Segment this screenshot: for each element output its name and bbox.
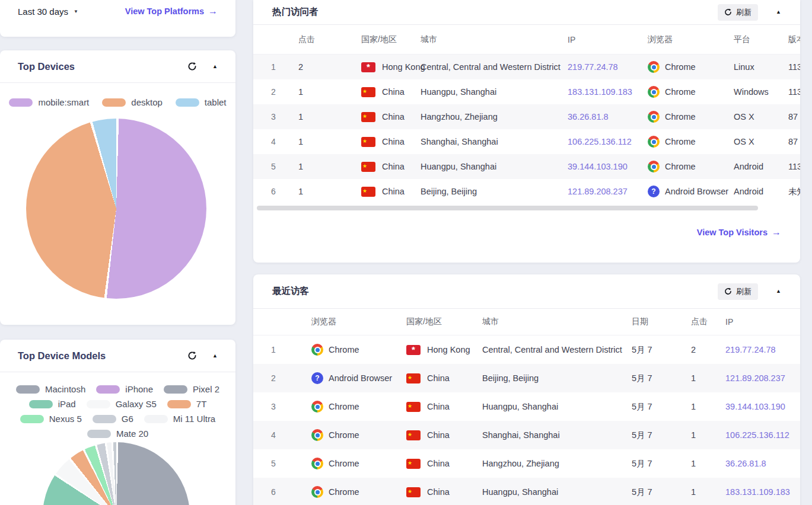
legend-item[interactable]: 7T	[167, 399, 207, 409]
star-glyph: ★	[407, 430, 412, 440]
ip-link[interactable]: 183.131.109.183	[568, 87, 632, 97]
chrome-icon	[311, 458, 323, 469]
star-glyph: ★	[362, 137, 367, 146]
clicks-cell: 2	[691, 345, 725, 354]
refresh-icon[interactable]	[187, 351, 197, 360]
legend-item[interactable]: mobile:smart	[9, 97, 89, 107]
browser-label: Chrome	[665, 62, 696, 72]
legend-item[interactable]: Mate 20	[87, 429, 148, 439]
legend-item[interactable]: Galaxy S5	[87, 399, 157, 409]
top-device-models-card: Top Device Models ▲ MacintoshiPhonePixel…	[0, 340, 235, 505]
collapse-icon[interactable]: ▲	[212, 64, 218, 69]
browser-label: Chrome	[665, 162, 696, 171]
star-glyph: ★	[362, 187, 367, 196]
city-cell: Beijing, Beijing	[482, 373, 632, 383]
table-row: 3Chrome★ChinaHuangpu, Shanghai5月 7139.14…	[253, 392, 800, 421]
ip-link[interactable]: 183.131.109.183	[725, 487, 790, 497]
china-flag-icon: ★	[361, 112, 375, 122]
ip-link[interactable]: 36.26.81.8	[568, 112, 609, 122]
row-rank: 4	[271, 430, 311, 440]
legend-item[interactable]: Pixel 2	[164, 384, 219, 394]
scrollbar-thumb[interactable]	[257, 206, 758, 210]
refresh-icon[interactable]	[187, 62, 197, 71]
legend-item[interactable]: iPad	[29, 399, 76, 409]
browser-label: Android Browser	[329, 373, 392, 383]
ip-link[interactable]: 121.89.208.237	[725, 373, 785, 383]
table-row: 41★ChinaShanghai, Shanghai106.225.136.11…	[253, 129, 800, 154]
country-label: China	[427, 487, 450, 497]
country-label: China	[382, 187, 405, 196]
chrome-icon	[311, 429, 323, 441]
ip-link[interactable]: 39.144.103.190	[725, 402, 785, 411]
ip-link[interactable]: 219.77.24.78	[568, 62, 618, 72]
recent-visitors-card: 最近访客 刷新 ▲ 浏览器国家/地区城市日期点击IP 1Chrome*Hong …	[253, 274, 800, 505]
top-device-models-pie-chart	[43, 442, 190, 505]
country-cell: *Hong Kong	[361, 62, 421, 72]
ip-link[interactable]: 121.89.208.237	[568, 187, 628, 196]
ip-link[interactable]: 106.225.136.112	[568, 137, 632, 146]
column-header: 浏览器	[648, 34, 734, 45]
ip-link[interactable]: 219.77.24.78	[725, 345, 776, 354]
country-cell: ★China	[361, 87, 421, 97]
refresh-icon	[724, 8, 732, 16]
browser-label: Android Browser	[665, 187, 728, 196]
clicks-cell: 1	[691, 430, 725, 440]
date-cell: 5月 7	[632, 487, 691, 498]
column-header: IP	[725, 317, 800, 327]
refresh-icon	[724, 287, 732, 295]
version-cell: 113	[788, 62, 800, 72]
ip-link[interactable]: 36.26.81.8	[725, 459, 766, 468]
legend-swatch	[20, 415, 44, 423]
legend-item[interactable]: Nexus 5	[20, 414, 82, 424]
row-rank: 1	[271, 62, 298, 72]
column-header: 浏览器	[311, 317, 406, 327]
collapse-icon[interactable]: ▲	[776, 9, 781, 15]
refresh-button[interactable]: 刷新	[718, 283, 758, 300]
star-glyph: ★	[407, 373, 412, 383]
country-label: Hong Kong	[427, 345, 470, 354]
view-top-platforms-link[interactable]: View Top Platforms →	[125, 6, 218, 17]
top-devices-card: Top Devices ▲ mobile:smartdesktoptablet	[0, 50, 235, 325]
chrome-icon	[311, 401, 323, 413]
ip-cell: 36.26.81.8	[725, 459, 800, 468]
country-cell: ★China	[361, 112, 421, 122]
legend-item[interactable]: iPhone	[96, 384, 153, 394]
ip-link[interactable]: 106.225.136.112	[725, 430, 789, 440]
city-cell: Central, Central and Western District	[421, 62, 568, 72]
date-filter-card: Last 30 days ▼ View Top Platforms →	[0, 0, 235, 37]
china-flag-icon: ★	[406, 459, 421, 469]
legend-item[interactable]: tablet	[176, 97, 227, 107]
country-cell: ★China	[406, 430, 482, 440]
view-top-visitors-link[interactable]: View Top Visitors →	[697, 227, 781, 238]
date-range-dropdown[interactable]: Last 30 days ▼	[18, 7, 78, 17]
legend-swatch	[96, 385, 120, 394]
collapse-icon[interactable]: ▲	[776, 289, 781, 294]
hong-kong-flag-icon: *	[361, 62, 375, 72]
analytics-dashboard: { "colors": { "page_bg": "#eceef4", "car…	[0, 0, 812, 505]
legend-item[interactable]: G6	[93, 414, 133, 424]
flower-glyph: *	[412, 345, 415, 355]
legend-item[interactable]: Mi 11 Ultra	[144, 414, 215, 424]
version-cell: 87	[788, 137, 800, 146]
clicks-cell: 1	[691, 373, 725, 383]
browser-cell: Chrome	[311, 486, 406, 498]
collapse-icon[interactable]: ▲	[212, 353, 218, 359]
legend-swatch	[9, 98, 33, 107]
legend-label: Nexus 5	[49, 414, 82, 424]
city-cell: Huangpu, Shanghai	[421, 87, 568, 97]
legend-label: mobile:smart	[38, 97, 89, 107]
legend-item[interactable]: desktop	[102, 97, 163, 107]
legend-label: Pixel 2	[193, 384, 219, 394]
clicks-cell: 1	[298, 137, 361, 146]
refresh-button[interactable]: 刷新	[718, 4, 758, 21]
clicks-cell: 1	[691, 487, 725, 497]
china-flag-icon: ★	[406, 402, 421, 412]
ip-link[interactable]: 39.144.103.190	[568, 162, 628, 171]
row-rank: 3	[271, 112, 298, 122]
legend-swatch	[87, 430, 111, 438]
table-row: 21★ChinaHuangpu, Shanghai183.131.109.183…	[253, 79, 800, 104]
ip-cell: 219.77.24.78	[725, 345, 800, 354]
chrome-icon	[648, 86, 660, 98]
country-label: China	[427, 402, 450, 411]
legend-item[interactable]: Macintosh	[16, 384, 85, 394]
